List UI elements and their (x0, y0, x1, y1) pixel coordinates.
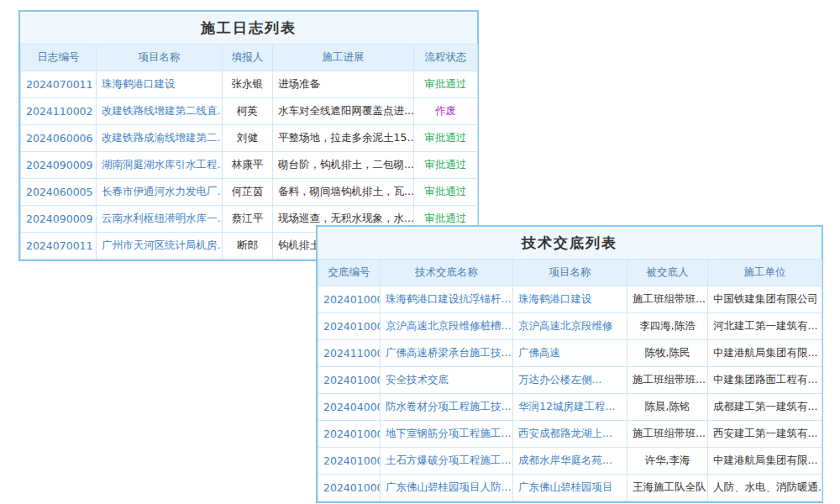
project-name-cell[interactable]: 广东佛山碧桂园项目 (513, 475, 627, 501)
disclosure-name-cell[interactable]: 广佛高速桥梁承台施工技... (381, 340, 513, 367)
column-header-project-name: 项目名称 (513, 260, 627, 286)
column-header-flow-status: 流程状态 (414, 45, 478, 71)
disclosed-person-cell: 陈牧,陈民 (627, 340, 708, 367)
progress-cell: 备料，砌间墙钩机排土，瓦... (273, 179, 414, 206)
disclosed-person-cell: 陈晨,陈铭 (627, 394, 708, 421)
table-row: 2024040001防水卷材分项工程施工技...华润12城房建工程...陈晨,陈… (318, 394, 822, 421)
progress-cell: 平整场地，拉走多余泥土15... (273, 125, 414, 152)
construction-unit-cell: 西安建工第一建筑有... (708, 421, 822, 448)
table-row: 2024010004京沪高速北京段维修桩槽...京沪高速北京段维修李四海,陈浩河… (318, 313, 822, 340)
construction-log-title: 施工日志列表 (20, 12, 477, 44)
table-header-row: 交底编号 技术交底名称 项目名称 被交底人 施工单位 (318, 260, 822, 286)
flow-status-cell: 审批通过 (414, 71, 478, 98)
disclosure-id-cell[interactable]: 2024010002 (318, 421, 381, 448)
disclosure-name-cell[interactable]: 防水卷材分项工程施工技... (381, 394, 513, 421)
project-name-cell[interactable]: 广佛高速 (513, 340, 627, 367)
flow-status-cell: 审批通过 (414, 152, 478, 179)
construction-unit-cell: 河北建工第一建筑有... (708, 313, 822, 340)
reporter-cell: 林康平 (223, 152, 273, 179)
project-name-cell[interactable]: 云南水利枢纽潜明水库一... (97, 206, 223, 233)
disclosed-person-cell: 李四海,陈浩 (627, 313, 708, 340)
construction-log-panel: 施工日志列表 日志编号 项目名称 填报人 施工进展 流程状态 202407001… (18, 10, 479, 261)
project-name-cell[interactable]: 改建铁路线增建第二线直... (97, 98, 223, 125)
construction-unit-cell: 中国铁建集团有限公司 (708, 286, 822, 313)
disclosure-id-cell[interactable]: 2024010003 (318, 286, 381, 313)
disclosed-person-cell: 许华,李海 (627, 448, 708, 475)
reporter-cell: 何芷茵 (223, 179, 273, 206)
disclosure-name-cell[interactable]: 广东佛山碧桂园项目人防... (381, 475, 513, 501)
disclosure-name-cell[interactable]: 珠海鹤港口建设抗浮锚杆... (381, 286, 513, 313)
project-name-cell[interactable]: 西安成都路龙湖上... (513, 421, 627, 448)
reporter-cell: 断郎 (223, 233, 273, 260)
column-header-construction-unit: 施工单位 (708, 260, 822, 286)
technical-disclosure-panel: 技术交底列表 交底编号 技术交底名称 项目名称 被交底人 施工单位 202401… (316, 225, 823, 503)
disclosure-name-cell[interactable]: 安全技术交底 (381, 367, 513, 394)
reporter-cell: 柯英 (223, 98, 273, 125)
table-row: 2024010003安全技术交底万达办公楼左侧...施工班组带班...中建集团路… (318, 367, 822, 394)
project-name-cell[interactable]: 京沪高速北京段维修 (513, 313, 627, 340)
log-id-cell[interactable]: 2024110002 (21, 98, 97, 125)
disclosure-id-cell[interactable]: 2024040001 (318, 394, 381, 421)
project-name-cell[interactable]: 珠海鹤港口建设 (513, 286, 627, 313)
disclosure-id-cell[interactable]: 2024010002 (318, 448, 381, 475)
construction-unit-cell: 中建港航局集团有限... (708, 448, 822, 475)
project-name-cell[interactable]: 成都水岸华庭名苑... (513, 448, 627, 475)
disclosure-id-cell[interactable]: 2024010001 (318, 475, 381, 501)
flow-status-cell: 作废 (414, 98, 478, 125)
disclosed-person-cell: 王海施工队全队 (627, 475, 708, 501)
progress-cell: 砌台阶，钩机排土，二包砌... (273, 152, 414, 179)
construction-unit-cell: 中建集团路面工程有... (708, 367, 822, 394)
column-header-reporter: 填报人 (223, 45, 273, 71)
log-id-cell[interactable]: 2024070011 (21, 233, 97, 260)
construction-unit-cell: 中建港航局集团有限... (708, 340, 822, 367)
project-name-cell[interactable]: 珠海鹤港口建设 (97, 71, 223, 98)
disclosure-id-cell[interactable]: 2024110001 (318, 340, 381, 367)
disclosure-id-cell[interactable]: 2024010004 (318, 313, 381, 340)
table-row: 2024110001广佛高速桥梁承台施工技...广佛高速陈牧,陈民中建港航局集团… (318, 340, 822, 367)
table-row: 2024010002土石方爆破分项工程施工...成都水岸华庭名苑...许华,李海… (318, 448, 822, 475)
disclosed-person-cell: 施工班组带班... (627, 367, 708, 394)
table-row: 2024110002改建铁路线增建第二线直...柯英水车对全线遮阳网覆盖点进..… (21, 98, 478, 125)
disclosed-person-cell: 施工班组带班... (627, 421, 708, 448)
log-id-cell[interactable]: 2024090009 (21, 152, 97, 179)
technical-disclosure-table-body: 2024010003珠海鹤港口建设抗浮锚杆...珠海鹤港口建设施工班组带班...… (318, 286, 822, 501)
column-header-progress: 施工进展 (273, 45, 414, 71)
technical-disclosure-table: 交底编号 技术交底名称 项目名称 被交底人 施工单位 2024010003珠海鹤… (318, 259, 822, 501)
construction-unit-cell: 人防、水电、消防暖通... (708, 475, 822, 501)
project-name-cell[interactable]: 改建铁路成渝线增建第二... (97, 125, 223, 152)
table-row: 2024060006改建铁路成渝线增建第二...刘健平整场地，拉走多余泥土15.… (21, 125, 478, 152)
reporter-cell: 张永银 (223, 71, 273, 98)
disclosure-name-cell[interactable]: 土石方爆破分项工程施工... (381, 448, 513, 475)
log-id-cell[interactable]: 2024060006 (21, 125, 97, 152)
project-name-cell[interactable]: 湖南洞庭湖水库引水工程... (97, 152, 223, 179)
table-row: 2024010002地下室钢筋分项工程施工...西安成都路龙湖上...施工班组带… (318, 421, 822, 448)
table-row: 2024090009湖南洞庭湖水库引水工程...林康平砌台阶，钩机排土，二包砌.… (21, 152, 478, 179)
reporter-cell: 蔡江平 (223, 206, 273, 233)
disclosure-name-cell[interactable]: 地下室钢筋分项工程施工... (381, 421, 513, 448)
column-header-disclosure-id: 交底编号 (318, 260, 381, 286)
column-header-disclosure-name: 技术交底名称 (381, 260, 513, 286)
table-row: 2024070011珠海鹤港口建设张永银进场准备审批通过 (21, 71, 478, 98)
column-header-log-id: 日志编号 (21, 45, 97, 71)
log-id-cell[interactable]: 2024070011 (21, 71, 97, 98)
project-name-cell[interactable]: 华润12城房建工程... (513, 394, 627, 421)
progress-cell: 水车对全线遮阳网覆盖点进... (273, 98, 414, 125)
flow-status-cell: 审批通过 (414, 125, 478, 152)
project-name-cell[interactable]: 万达办公楼左侧... (513, 367, 627, 394)
column-header-project-name: 项目名称 (97, 45, 223, 71)
reporter-cell: 刘健 (223, 125, 273, 152)
table-row: 2024010003珠海鹤港口建设抗浮锚杆...珠海鹤港口建设施工班组带班...… (318, 286, 822, 313)
project-name-cell[interactable]: 长春市伊通河水力发电厂... (97, 179, 223, 206)
table-row: 2024010001广东佛山碧桂园项目人防...广东佛山碧桂园项目王海施工队全队… (318, 475, 822, 501)
construction-unit-cell: 成都建工第一建筑有... (708, 394, 822, 421)
log-id-cell[interactable]: 2024090009 (21, 206, 97, 233)
log-id-cell[interactable]: 2024060005 (21, 179, 97, 206)
progress-cell: 进场准备 (273, 71, 414, 98)
page: { "colors": { "panel_border": "#87c6ee",… (0, 0, 840, 504)
table-row: 2024060005长春市伊通河水力发电厂...何芷茵备料，砌间墙钩机排土，瓦.… (21, 179, 478, 206)
table-header-row: 日志编号 项目名称 填报人 施工进展 流程状态 (21, 45, 478, 71)
project-name-cell[interactable]: 广州市天河区统计局机房... (97, 233, 223, 260)
disclosure-id-cell[interactable]: 2024010003 (318, 367, 381, 394)
flow-status-cell: 审批通过 (414, 179, 478, 206)
disclosure-name-cell[interactable]: 京沪高速北京段维修桩槽... (381, 313, 513, 340)
